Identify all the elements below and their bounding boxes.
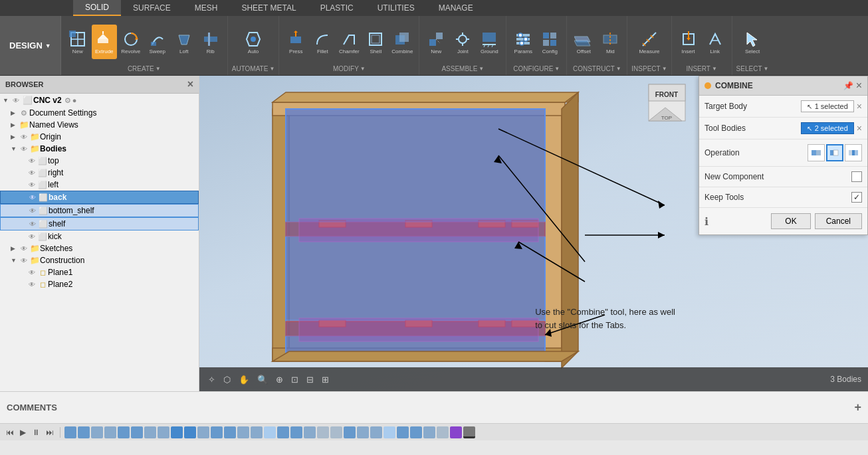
- toolbar-icon-joint[interactable]: Joint: [450, 25, 475, 59]
- vp-tool-5[interactable]: ⊕: [274, 373, 285, 387]
- construct-group-label[interactable]: CONSTRUCT ▼: [573, 65, 621, 72]
- eye-right-icon[interactable]: 👁: [27, 169, 37, 177]
- vp-tool-3[interactable]: ✋: [237, 373, 251, 387]
- pb-timeline-28[interactable]: [423, 426, 435, 438]
- pb-timeline-26[interactable]: [397, 426, 409, 438]
- toolbar-icon-parameters[interactable]: Params: [510, 25, 536, 59]
- combine-close-icon[interactable]: ×: [856, 80, 862, 92]
- browser-item-named-views[interactable]: ▶ 📁 Named Views: [0, 119, 199, 131]
- pb-timeline-16[interactable]: [264, 426, 276, 438]
- pb-timeline-6[interactable]: [131, 426, 143, 438]
- browser-item-construction[interactable]: ▼ 👁 📁 Construction: [0, 254, 199, 266]
- pb-play-icon[interactable]: ▶: [18, 426, 28, 438]
- pb-timeline-23[interactable]: [357, 426, 369, 438]
- eye-shelf-icon[interactable]: 👁: [27, 221, 38, 228]
- pb-timeline-9[interactable]: [171, 426, 183, 438]
- toolbar-icon-new-component[interactable]: New: [65, 25, 90, 59]
- pb-timeline-8[interactable]: [158, 426, 169, 438]
- browser-item-back[interactable]: 👁 ⬜ back: [0, 191, 199, 204]
- nav-cube[interactable]: FRONT TOP: [645, 81, 689, 124]
- toolbar-icon-chamfer[interactable]: Chamfer: [336, 25, 362, 59]
- vp-tool-8[interactable]: ⊞: [320, 373, 331, 387]
- toolbar-icon-ground[interactable]: Ground: [477, 25, 502, 59]
- tool-selected-badge[interactable]: ↖ 2 selected: [801, 122, 854, 134]
- tab-solid[interactable]: SOLID: [73, 0, 121, 16]
- vp-tool-7[interactable]: ⊟: [304, 373, 316, 387]
- toolbar-icon-automate[interactable]: Auto: [241, 25, 266, 59]
- tab-manage[interactable]: MANAGE: [427, 0, 485, 16]
- browser-item-doc-settings[interactable]: ▶ ⚙ Document Settings: [0, 107, 199, 119]
- tab-plastic[interactable]: PLASTIC: [308, 0, 366, 16]
- toolbar-icon-midplane[interactable]: Mid: [597, 25, 623, 59]
- vp-tool-2[interactable]: ⬡: [221, 373, 233, 387]
- op-intersect-icon[interactable]: [845, 144, 862, 161]
- add-comment-button[interactable]: +: [854, 401, 861, 414]
- create-group-label[interactable]: CREATE ▼: [128, 65, 161, 72]
- eye-btmshelf-icon[interactable]: 👁: [27, 207, 38, 215]
- toolbar-icon-loft[interactable]: Loft: [171, 25, 197, 59]
- toolbar-icon-offset-plane[interactable]: Offset: [571, 25, 596, 59]
- pb-timeline-12[interactable]: [211, 426, 223, 438]
- pb-prev-icon[interactable]: ⏮: [4, 426, 16, 438]
- pb-timeline-20[interactable]: [317, 426, 329, 438]
- toolbar-icon-fillet[interactable]: Fillet: [310, 25, 335, 59]
- cancel-button[interactable]: Cancel: [815, 213, 862, 229]
- eye-back-icon[interactable]: 👁: [27, 194, 38, 201]
- toolbar-icon-insert1[interactable]: Insert: [676, 25, 701, 59]
- toolbar-icon-shell[interactable]: Shell: [363, 25, 388, 59]
- eye-plane1-icon[interactable]: 👁: [27, 269, 37, 276]
- pb-next-icon[interactable]: ⏭: [44, 426, 56, 438]
- pb-pause-icon[interactable]: ⏸: [30, 426, 42, 438]
- toolbar-icon-press-pull[interactable]: Press: [283, 25, 308, 59]
- pb-timeline-4[interactable]: [104, 426, 116, 438]
- browser-item-origin[interactable]: ▶ 👁 📁 Origin: [0, 131, 199, 143]
- vp-tool-6[interactable]: ⊡: [289, 373, 300, 387]
- pb-timeline-25[interactable]: [383, 426, 395, 438]
- browser-item-sketches[interactable]: ▶ 👁 📁 Sketches: [0, 242, 199, 254]
- pb-timeline-10[interactable]: [184, 426, 196, 438]
- toolbar-icon-revolve[interactable]: Revolve: [118, 25, 144, 59]
- pb-timeline-15[interactable]: [251, 426, 263, 438]
- viewport[interactable]: Use the "Combine" tool, here as well to …: [199, 76, 868, 391]
- pb-timeline-7[interactable]: [144, 426, 156, 438]
- eye-bodies-icon[interactable]: 👁: [19, 145, 29, 153]
- toolbar-icon-measure[interactable]: Measure: [637, 25, 662, 59]
- vp-tool-4[interactable]: 🔍: [255, 373, 270, 387]
- pb-timeline-21[interactable]: [330, 426, 342, 438]
- tab-mesh[interactable]: MESH: [183, 0, 230, 16]
- toolbar-icon-combine[interactable]: Combine: [389, 25, 415, 59]
- eye-construction-icon[interactable]: 👁: [19, 257, 29, 264]
- toolbar-icon-sweep[interactable]: Sweep: [145, 25, 170, 59]
- combine-pin-icon[interactable]: 📌: [843, 81, 853, 90]
- pb-timeline-31[interactable]: [463, 426, 475, 438]
- pb-timeline-30[interactable]: [450, 426, 462, 438]
- tab-utilities[interactable]: UTILITIES: [366, 0, 427, 16]
- pb-timeline-22[interactable]: [344, 426, 356, 438]
- keep-tools-checkbox[interactable]: ✓: [851, 192, 862, 203]
- browser-item-bodies[interactable]: ▼ 👁 📁 Bodies: [0, 143, 199, 155]
- browser-item-right[interactable]: 👁 ⬜ right: [0, 167, 199, 179]
- pb-timeline-3[interactable]: [91, 426, 103, 438]
- tab-sheet-metal[interactable]: SHEET METAL: [229, 0, 308, 16]
- pb-timeline-5[interactable]: [118, 426, 130, 438]
- gear-settings-icon[interactable]: ⚙: [64, 96, 71, 105]
- assemble-group-label[interactable]: ASSEMBLE ▼: [441, 65, 484, 72]
- pb-timeline-13[interactable]: [224, 426, 236, 438]
- browser-root-item[interactable]: ▼ 👁 ⬜ CNC v2 ⚙ ●: [0, 94, 199, 107]
- op-join-icon[interactable]: [808, 144, 825, 161]
- browser-item-left[interactable]: 👁 ⬜ left: [0, 179, 199, 191]
- op-cut-icon[interactable]: [826, 144, 843, 161]
- toolbar-icon-assemble1[interactable]: New: [423, 25, 449, 59]
- browser-item-shelf[interactable]: 👁 ⬜ shelf: [0, 217, 199, 230]
- target-selected-badge[interactable]: ↖ 1 selected: [801, 100, 854, 112]
- pb-timeline-18[interactable]: [290, 426, 302, 438]
- browser-close-button[interactable]: ×: [187, 78, 193, 90]
- pb-timeline-1[interactable]: [64, 426, 76, 438]
- ok-button[interactable]: OK: [771, 213, 810, 229]
- visibility-eye-icon[interactable]: 👁: [11, 97, 21, 104]
- toolbar-icon-insert2[interactable]: Link: [703, 25, 728, 59]
- eye-kick-icon[interactable]: 👁: [27, 233, 37, 240]
- eye-top-icon[interactable]: 👁: [27, 157, 37, 165]
- toolbar-icon-extrude[interactable]: Extrude: [92, 25, 117, 59]
- target-clear-icon[interactable]: ×: [857, 101, 862, 112]
